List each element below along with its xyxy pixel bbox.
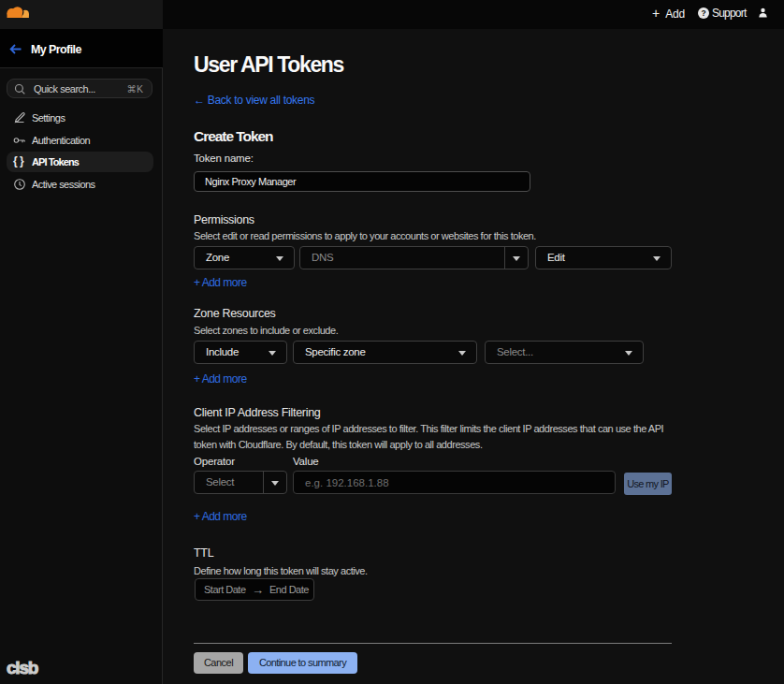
svg-text:?: ? xyxy=(701,8,705,18)
